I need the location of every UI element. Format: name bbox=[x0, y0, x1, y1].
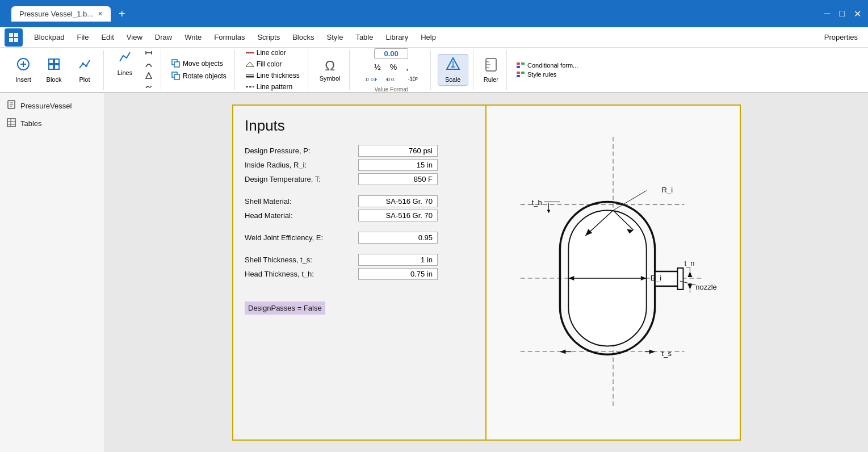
value-format-area: ½ % , .0 0. .0 0. bbox=[357, 47, 425, 85]
svg-rect-0 bbox=[9, 33, 13, 37]
menu-blocks[interactable]: Blocks bbox=[287, 31, 320, 44]
efficiency-label: Weld Joint Efficiency, E: bbox=[245, 233, 358, 242]
shell-material-label: Shell Material: bbox=[245, 197, 358, 206]
window-close-icon[interactable]: ✕ bbox=[854, 9, 861, 19]
menu-help[interactable]: Help bbox=[415, 31, 442, 44]
document: Inputs Design Pressure, P: 760 psi Insid… bbox=[232, 104, 741, 441]
sidebar-item-tables[interactable]: Tables bbox=[0, 115, 104, 132]
ribbon-group-ruler: Ruler bbox=[476, 50, 507, 90]
minimize-icon[interactable]: ─ bbox=[824, 9, 830, 19]
decimal-decrease-btn[interactable]: .0 0. bbox=[383, 74, 402, 84]
sidebar-item-pressure-vessel[interactable]: PressureVessel bbox=[0, 97, 104, 115]
menu-table[interactable]: Table bbox=[350, 31, 379, 44]
line-pattern-button[interactable]: Line pattern bbox=[242, 82, 303, 92]
fill-color-label: Fill color bbox=[257, 60, 282, 68]
arc-btn[interactable] bbox=[141, 59, 156, 69]
menu-scripts[interactable]: Scripts bbox=[251, 31, 286, 44]
fraction-button[interactable]: ½ bbox=[371, 61, 384, 73]
menu-bar: Blockpad File Edit View Draw Write Formu… bbox=[0, 27, 868, 48]
svg-text:0.: 0. bbox=[371, 77, 375, 82]
menu-library[interactable]: Library bbox=[380, 31, 414, 44]
menu-edit[interactable]: Edit bbox=[95, 31, 119, 44]
ribbon-group-symbol: Ω Symbol bbox=[311, 50, 350, 90]
table-icon bbox=[7, 118, 16, 129]
lines-button[interactable]: Lines bbox=[111, 48, 139, 92]
insert-icon bbox=[16, 57, 31, 75]
triangle-btn[interactable] bbox=[141, 70, 156, 81]
menu-file[interactable]: File bbox=[71, 31, 94, 44]
block-label: Block bbox=[47, 76, 62, 83]
svg-marker-16 bbox=[146, 73, 152, 78]
menu-write[interactable]: Write bbox=[179, 31, 207, 44]
ribbon-group-insert: Insert Block bbox=[5, 50, 104, 90]
line-color-button[interactable]: Line color bbox=[242, 48, 303, 58]
tab-close-icon[interactable]: ✕ bbox=[98, 10, 103, 18]
input-row-head-material: Head Material: SA-516 Gr. 70 bbox=[245, 210, 474, 221]
radius-value[interactable]: 15 in bbox=[358, 159, 438, 171]
svg-text:t_s: t_s bbox=[662, 349, 672, 358]
document-tab[interactable]: Pressure Vessel_1.b... ✕ bbox=[11, 6, 111, 22]
menu-draw[interactable]: Draw bbox=[149, 31, 178, 44]
pressure-label: Design Pressure, P: bbox=[245, 147, 358, 155]
svg-rect-8 bbox=[54, 59, 59, 64]
properties-label: Properties bbox=[819, 31, 863, 44]
svg-marker-23 bbox=[246, 62, 254, 66]
ribbon-line-tools bbox=[141, 48, 156, 92]
ruler-button[interactable]: Ruler bbox=[480, 55, 502, 85]
ruler-icon bbox=[485, 57, 497, 75]
svg-text:nozzle: nozzle bbox=[695, 283, 716, 291]
maximize-icon[interactable]: □ bbox=[839, 9, 845, 19]
percent-button[interactable]: % bbox=[387, 61, 400, 73]
svg-rect-2 bbox=[9, 38, 13, 42]
line-thickness-button[interactable]: Line thickness bbox=[242, 70, 303, 81]
style-rules-button[interactable]: Style rules bbox=[514, 70, 580, 78]
head-thickness-value[interactable]: 0.75 in bbox=[358, 268, 438, 280]
scale-button[interactable]: Scale bbox=[438, 54, 468, 86]
pressure-value[interactable]: 760 psi bbox=[358, 145, 438, 157]
ribbon-line-style-col: Line color Fill color Line thickness bbox=[242, 48, 303, 92]
svg-rect-44 bbox=[521, 72, 525, 74]
svg-marker-77 bbox=[687, 284, 692, 290]
fill-color-button[interactable]: Fill color bbox=[242, 59, 303, 69]
rotate-objects-button[interactable]: Rotate objects bbox=[168, 70, 230, 82]
move-objects-button[interactable]: Move objects bbox=[168, 58, 230, 69]
svg-marker-29 bbox=[375, 77, 377, 82]
lines-icon bbox=[118, 50, 132, 68]
menu-formulas[interactable]: Formulas bbox=[208, 31, 250, 44]
svg-rect-61 bbox=[677, 268, 683, 290]
scientific-btn[interactable]: ·10³ bbox=[404, 75, 421, 83]
insert-button[interactable]: Insert bbox=[9, 55, 37, 85]
ribbon-group-style: Conditional form... Style rules bbox=[509, 50, 585, 90]
shell-material-value[interactable]: SA-516 Gr. 70 bbox=[358, 195, 438, 207]
efficiency-value[interactable]: 0.95 bbox=[358, 232, 438, 244]
svg-rect-43 bbox=[517, 72, 520, 74]
head-thickness-label: Head Thickness, t_h: bbox=[245, 270, 358, 278]
svg-rect-41 bbox=[521, 62, 525, 65]
menu-blockpad[interactable]: Blockpad bbox=[28, 31, 70, 44]
ribbon-group-scale: Scale bbox=[433, 50, 473, 90]
shell-thickness-value[interactable]: 1 in bbox=[358, 254, 438, 266]
temperature-label: Design Temperature, T: bbox=[245, 175, 358, 183]
add-tab-button[interactable]: + bbox=[114, 6, 130, 22]
symbol-button[interactable]: Ω Symbol bbox=[315, 56, 345, 84]
decimal-increase-btn[interactable]: .0 0. bbox=[361, 74, 380, 84]
plot-icon bbox=[77, 57, 92, 75]
svg-rect-18 bbox=[174, 62, 179, 67]
input-row-head-thickness: Head Thickness, t_h: 0.75 in bbox=[245, 268, 474, 280]
ribbon-transform-col: Move objects Rotate objects bbox=[168, 58, 230, 82]
conditional-form-button[interactable]: Conditional form... bbox=[514, 61, 580, 69]
plot-button[interactable]: Plot bbox=[70, 55, 99, 85]
tab-label: Pressure Vessel_1.b... bbox=[19, 10, 93, 18]
svg-rect-3 bbox=[14, 38, 18, 42]
svg-rect-1 bbox=[14, 33, 18, 37]
svg-marker-76 bbox=[687, 271, 692, 277]
menu-style[interactable]: Style bbox=[321, 31, 349, 44]
comma-button[interactable]: , bbox=[402, 61, 412, 73]
temperature-value[interactable]: 850 F bbox=[358, 173, 438, 185]
menu-view[interactable]: View bbox=[121, 31, 148, 44]
wave-btn[interactable] bbox=[141, 82, 156, 92]
move-ruler-btn[interactable] bbox=[141, 48, 156, 58]
block-button[interactable]: Block bbox=[40, 55, 68, 85]
value-format-input[interactable] bbox=[374, 48, 408, 59]
head-material-value[interactable]: SA-516 Gr. 70 bbox=[358, 210, 438, 221]
